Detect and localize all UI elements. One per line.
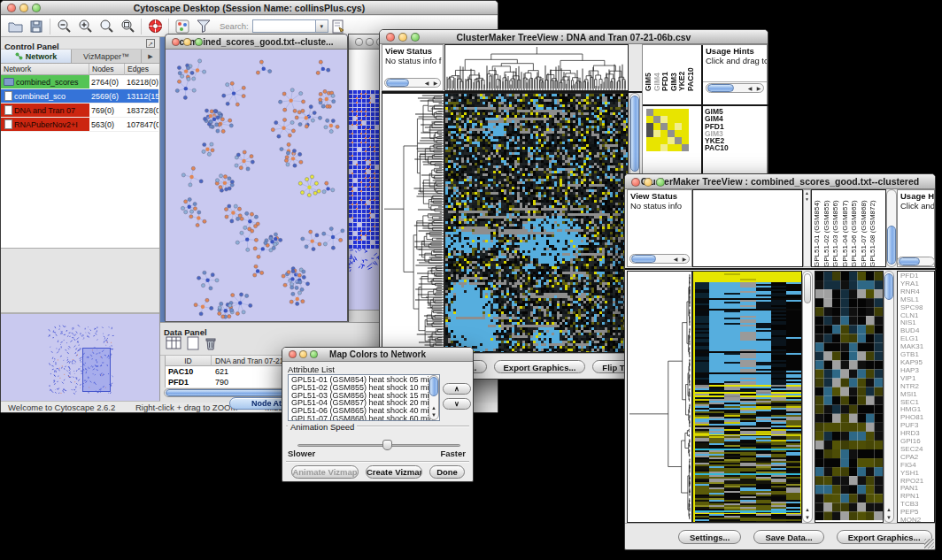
tv2-heatmap[interactable] bbox=[692, 271, 802, 523]
close-icon[interactable] bbox=[7, 4, 16, 12]
zoom-window-icon[interactable] bbox=[411, 33, 420, 42]
main-titlebar[interactable]: Cytoscape Desktop (Session Name: collins… bbox=[1, 1, 498, 15]
tv1-heatmap[interactable] bbox=[444, 93, 629, 353]
move-attribute-up-button[interactable]: ∧ bbox=[443, 383, 471, 395]
tab-overflow-arrow[interactable]: ▶ bbox=[141, 50, 159, 63]
network-matrix-canvas[interactable] bbox=[349, 90, 381, 272]
tv2-action-button[interactable]: Settings... bbox=[678, 530, 741, 544]
dialog-titlebar[interactable]: Map Colors to Network bbox=[282, 348, 473, 362]
network-table-header: Network Nodes Edges bbox=[1, 64, 159, 75]
tv2-heatmap-vscrollbar[interactable]: ▲▼ bbox=[802, 271, 813, 523]
tv2-action-button[interactable]: Export Graphics... bbox=[837, 530, 932, 544]
zoom-col-label: GIM4 bbox=[654, 47, 661, 91]
done-button[interactable]: Done bbox=[429, 465, 465, 479]
create-vizmap-button[interactable]: Create Vizmap bbox=[366, 465, 422, 479]
minimize-icon[interactable] bbox=[644, 178, 652, 187]
tv2-zoom-heatmap[interactable] bbox=[815, 271, 884, 523]
treeview2-titlebar[interactable]: ClusterMaker TreeView : combined_scores_… bbox=[625, 174, 935, 189]
network-row[interactable]: combined_scores 2764(0) 16218(0) bbox=[1, 75, 159, 89]
control-panel: Control Panel ↗ Network VizMapper™ ▶ Net… bbox=[1, 37, 160, 403]
minimize-icon[interactable] bbox=[366, 38, 374, 46]
tv1-row-dendrogram[interactable] bbox=[382, 93, 444, 353]
tv2-mini-scroll-arrows[interactable]: ▲▼ bbox=[803, 189, 811, 267]
zoom-fit-icon[interactable] bbox=[96, 17, 117, 36]
slider-slower-label: Slower bbox=[288, 449, 315, 458]
animate-vizmap-button[interactable]: Animate Vizmap bbox=[291, 465, 359, 479]
tv2-col-label: GPL51-06 (GSM865) bbox=[851, 191, 858, 267]
map-colors-dialog: Map Colors to Network Attribute List GPL… bbox=[282, 347, 474, 482]
zoom-window-icon[interactable] bbox=[310, 350, 318, 358]
tv2-action-button[interactable]: Save Data... bbox=[753, 530, 823, 544]
zoom-window-icon[interactable] bbox=[195, 38, 203, 46]
minimize-icon[interactable] bbox=[299, 350, 307, 358]
tv2-gene-list[interactable]: PFD1YRA1RNR4MSL1SPC98CLN1NIS1BUD4ELG1MAK… bbox=[897, 271, 935, 523]
tv1-status-hscrollbar[interactable]: ◀▶ bbox=[384, 78, 441, 88]
zoom-out-icon[interactable] bbox=[53, 17, 74, 36]
close-icon[interactable] bbox=[386, 33, 395, 42]
close-icon[interactable] bbox=[172, 38, 180, 46]
network-view-window: combined_scores_good.txt--cluste... bbox=[165, 34, 348, 322]
zoom-row-label: PAC10 bbox=[705, 144, 729, 151]
attribute-list-vscrollbar[interactable]: ▲▼ bbox=[429, 375, 439, 420]
network-row[interactable]: RNAPuberNov2+I 563(0) 107847(0) bbox=[1, 118, 159, 132]
network-row[interactable]: combined_sco 2569(6) 13112(15) bbox=[1, 89, 159, 104]
delete-attribute-icon[interactable] bbox=[205, 336, 217, 354]
minimize-icon[interactable] bbox=[19, 4, 28, 12]
window-controls[interactable] bbox=[7, 4, 41, 12]
open-session-button[interactable] bbox=[4, 17, 26, 36]
tv2-zoom-vscrollbar[interactable]: ▲▼ bbox=[884, 271, 894, 523]
animation-speed-slider[interactable] bbox=[297, 440, 460, 450]
attribute-option[interactable]: GPL51-07 (GSM868) heat shock 60 min bbox=[291, 415, 439, 421]
resize-grip[interactable] bbox=[924, 539, 934, 548]
slider-thumb[interactable] bbox=[382, 440, 392, 450]
network-file-icon bbox=[4, 119, 12, 129]
attribute-listbox[interactable]: GPL51-01 (GSM854) heat shock 05 minGPL51… bbox=[288, 374, 440, 421]
search-dropdown-button[interactable]: ▾ bbox=[316, 19, 328, 33]
birdseye-canvas[interactable] bbox=[1, 314, 159, 403]
help-lifebuoy-icon[interactable] bbox=[144, 17, 166, 36]
tv1-action-button[interactable]: Export Graphics... bbox=[494, 360, 586, 373]
slider-faster-label: Faster bbox=[440, 449, 466, 458]
close-icon[interactable] bbox=[355, 38, 363, 46]
zoom-selected-icon[interactable] bbox=[117, 17, 138, 36]
float-panel-icon[interactable]: ↗ bbox=[146, 39, 155, 48]
control-panel-tabs: Network VizMapper™ ▶ bbox=[1, 50, 159, 64]
tv2-usage-hints-panel: Usage Hi Click and bbox=[897, 189, 935, 267]
zoom-in-icon[interactable] bbox=[74, 17, 96, 36]
zoom-col-label: YKE2 bbox=[679, 47, 686, 91]
tv2-column-dendrogram[interactable] bbox=[692, 189, 803, 267]
zoom-col-label: GIM5 bbox=[645, 47, 652, 91]
tab-vizmapper[interactable]: VizMapper™ bbox=[72, 50, 141, 63]
zoom-window-icon[interactable] bbox=[656, 178, 665, 187]
tv2-col-label: GPL51-03 (GSM856) bbox=[832, 191, 839, 267]
toolbar-separator bbox=[50, 19, 50, 35]
network-view-window-2 bbox=[348, 34, 382, 325]
tab-network[interactable]: Network bbox=[1, 50, 72, 63]
tv1-zoom-hscrollbar[interactable]: ◀▶ bbox=[706, 83, 764, 93]
save-session-button[interactable] bbox=[26, 17, 47, 36]
tv2-row-dendrogram[interactable] bbox=[627, 271, 692, 523]
move-attribute-down-button[interactable]: ∨ bbox=[443, 398, 471, 410]
tv1-column-dendrogram[interactable] bbox=[444, 44, 629, 91]
tv2-status-hscrollbar[interactable]: ◀▶ bbox=[629, 254, 690, 264]
treeview1-titlebar[interactable]: ClusterMaker TreeView : DNA and Tran 07-… bbox=[380, 30, 768, 44]
animation-speed-label: Animation Speed bbox=[288, 422, 357, 432]
network-row[interactable]: DNA and Tran 07 769(0) 183728(0) bbox=[1, 104, 159, 118]
treeview2-window: ClusterMaker TreeView : combined_scores_… bbox=[624, 173, 936, 550]
birdseye-panel[interactable] bbox=[1, 312, 159, 403]
network-canvas[interactable] bbox=[166, 50, 347, 321]
search-input[interactable] bbox=[252, 19, 316, 33]
close-icon[interactable] bbox=[631, 178, 640, 187]
zoom-window-icon[interactable] bbox=[32, 4, 41, 12]
tv1-view-status-panel: View Status No status info f ◀▶ bbox=[382, 44, 444, 91]
minimize-icon[interactable] bbox=[183, 38, 191, 46]
tv2-genes-hscrollbar[interactable] bbox=[897, 257, 935, 266]
gene-label[interactable]: MON2 bbox=[900, 517, 934, 523]
tv2-labels-vscrollbar[interactable] bbox=[886, 189, 897, 267]
treeview1-title: ClusterMaker TreeView : DNA and Tran 07-… bbox=[457, 32, 691, 42]
create-attribute-icon[interactable] bbox=[187, 336, 199, 354]
tv1-zoom-matrix[interactable] bbox=[646, 109, 689, 151]
minimize-icon[interactable] bbox=[398, 33, 407, 42]
attribute-select-icon[interactable] bbox=[166, 336, 181, 353]
close-icon[interactable] bbox=[289, 350, 297, 358]
